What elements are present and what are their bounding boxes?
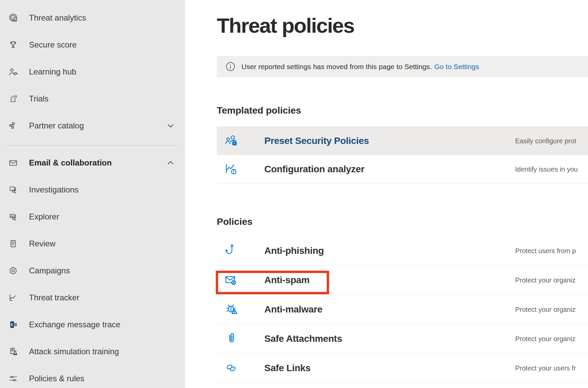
learning-hub-icon bbox=[7, 67, 19, 77]
sidebar-item-label: Explorer bbox=[29, 212, 59, 221]
gift-sparkle-icon bbox=[7, 94, 19, 104]
row-safe-attachments[interactable]: Safe Attachments Protect your organiz bbox=[217, 324, 588, 354]
sidebar-item-threat-analytics[interactable]: Threat analytics bbox=[0, 4, 185, 31]
row-anti-malware[interactable]: Anti-malware Protect your organiz bbox=[217, 295, 588, 324]
sidebar-item-label: Trials bbox=[29, 94, 49, 103]
envelope-block-icon bbox=[224, 272, 239, 288]
row-description: Protect your organiz bbox=[515, 276, 576, 284]
sidebar-item-label: Secure score bbox=[29, 40, 77, 50]
sliders-icon bbox=[7, 374, 19, 384]
row-description: Protect your users fr bbox=[515, 364, 576, 372]
row-preset-security-policies[interactable]: Preset Security Policies Easily configur… bbox=[217, 126, 588, 155]
row-description: Identify issues in you bbox=[515, 166, 578, 173]
preset-security-icon bbox=[224, 133, 239, 149]
sidebar-item-label: Review bbox=[29, 239, 56, 248]
sidebar-item-label: Exchange message trace bbox=[29, 320, 120, 329]
sidebar-item-label: Learning hub bbox=[29, 67, 76, 77]
attack-simulation-icon bbox=[7, 347, 19, 357]
paperclip-icon bbox=[224, 331, 239, 347]
chevron-down-icon[interactable] bbox=[167, 122, 175, 130]
envelope-icon bbox=[7, 158, 19, 168]
sidebar-item-email-collaboration[interactable]: Email & collaboration bbox=[0, 149, 185, 176]
templated-policies-list: Preset Security Policies Easily configur… bbox=[217, 126, 588, 184]
fish-hook-icon bbox=[224, 243, 239, 259]
banner-message: User reported settings has moved from th… bbox=[241, 63, 432, 71]
left-nav-sidebar: Threat analytics Secure score bbox=[0, 0, 185, 388]
sidebar-item-campaigns[interactable]: Campaigns bbox=[0, 257, 185, 284]
target-icon bbox=[7, 266, 19, 276]
chain-links-icon bbox=[224, 360, 239, 376]
policies-list: Anti-phishing Protect users from p Anti-… bbox=[217, 236, 588, 383]
sidebar-item-label: Investigations bbox=[29, 185, 79, 195]
investigations-icon bbox=[7, 185, 19, 195]
row-configuration-analyzer[interactable]: Configuration analyzer Identify issues i… bbox=[217, 155, 588, 184]
configuration-analyzer-icon bbox=[224, 161, 239, 177]
main-content: Threat policies User reported settings h… bbox=[185, 0, 588, 388]
review-list-icon bbox=[7, 239, 19, 249]
row-anti-spam[interactable]: Anti-spam Protect your organiz bbox=[217, 266, 588, 295]
sidebar-item-secure-score[interactable]: Secure score bbox=[0, 31, 185, 58]
anti-malware-label: Anti-malware bbox=[264, 304, 322, 315]
line-chart-icon bbox=[7, 293, 19, 303]
configuration-analyzer-label: Configuration analyzer bbox=[264, 164, 364, 175]
sidebar-item-attack-simulation-training[interactable]: Attack simulation training bbox=[0, 338, 185, 365]
sidebar-item-trials[interactable]: Trials bbox=[0, 85, 185, 112]
exchange-logo-icon: E bbox=[7, 320, 19, 330]
info-banner: User reported settings has moved from th… bbox=[217, 56, 588, 77]
policies-heading: Policies bbox=[217, 216, 253, 227]
sidebar-item-label: Threat tracker bbox=[29, 293, 79, 302]
safe-links-label: Safe Links bbox=[264, 363, 311, 374]
threat-analytics-icon bbox=[7, 13, 19, 23]
sidebar-item-label: Partner catalog bbox=[29, 121, 84, 130]
trophy-icon bbox=[7, 40, 19, 50]
row-description: Protect your organiz bbox=[515, 335, 576, 343]
sidebar-item-review[interactable]: Review bbox=[0, 230, 185, 257]
row-description: Easily configure prot bbox=[515, 137, 576, 145]
sidebar-item-label: Threat analytics bbox=[29, 13, 86, 23]
explorer-icon bbox=[7, 212, 19, 222]
sidebar-item-label: Attack simulation training bbox=[29, 347, 119, 356]
sidebar-item-threat-tracker[interactable]: Threat tracker bbox=[0, 284, 185, 311]
sidebar-item-exchange-message-trace[interactable]: E Exchange message trace bbox=[0, 311, 185, 338]
sidebar-item-label: Policies & rules bbox=[29, 374, 84, 383]
safe-attachments-label: Safe Attachments bbox=[264, 333, 342, 344]
row-description: Protect your organiz bbox=[515, 306, 576, 314]
row-safe-links[interactable]: Safe Links Protect your users fr bbox=[217, 354, 588, 383]
svg-text:E: E bbox=[11, 323, 13, 327]
sidebar-divider bbox=[7, 145, 178, 146]
partner-network-icon bbox=[7, 121, 19, 131]
sidebar-item-learning-hub[interactable]: Learning hub bbox=[0, 58, 185, 85]
templated-policies-heading: Templated policies bbox=[217, 105, 301, 116]
row-anti-phishing[interactable]: Anti-phishing Protect users from p bbox=[217, 236, 588, 266]
sidebar-item-investigations[interactable]: Investigations bbox=[0, 176, 185, 203]
page-title: Threat policies bbox=[217, 13, 354, 37]
anti-spam-label: Anti-spam bbox=[264, 275, 310, 286]
anti-phishing-label: Anti-phishing bbox=[264, 245, 324, 256]
threat-policies-page: Threat analytics Secure score bbox=[0, 0, 588, 388]
go-to-settings-link[interactable]: Go to Settings bbox=[434, 63, 479, 71]
row-description: Protect users from p bbox=[515, 247, 576, 255]
chevron-up-icon[interactable] bbox=[167, 159, 175, 167]
preset-security-policies-link[interactable]: Preset Security Policies bbox=[264, 136, 369, 146]
sidebar-item-partner-catalog[interactable]: Partner catalog bbox=[0, 112, 185, 139]
sidebar-item-policies-rules[interactable]: Policies & rules bbox=[0, 365, 185, 388]
sidebar-item-label: Campaigns bbox=[29, 266, 70, 275]
sidebar-item-label: Email & collaboration bbox=[29, 158, 112, 168]
info-icon bbox=[226, 62, 235, 71]
bug-warning-icon bbox=[224, 302, 239, 317]
sidebar-item-explorer[interactable]: Explorer bbox=[0, 203, 185, 230]
